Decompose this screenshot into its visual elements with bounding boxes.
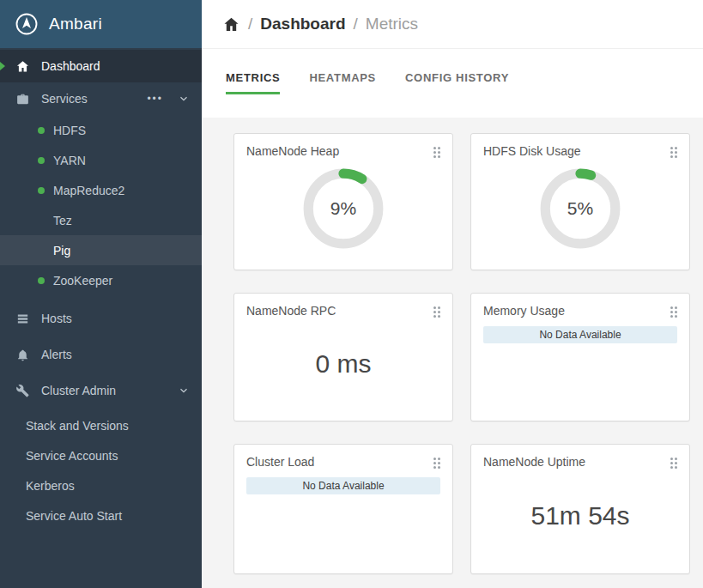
hosts-icon [15,312,30,326]
sidebar-item-kerberos[interactable]: Kerberos [0,470,202,500]
widget-cluster-load: Cluster Load No Data Available [233,444,453,574]
sidebar-item-mapreduce2[interactable]: MapReduce2 [0,175,202,205]
sidebar-header: Ambari [0,0,202,48]
sidebar-item-dashboard[interactable]: Dashboard [0,50,202,82]
breadcrumb-separator: / [248,15,252,33]
bell-icon [15,348,30,362]
widget-namenode-rpc: NameNode RPC 0 ms [233,293,453,421]
widget-title: NameNode Heap [246,144,339,158]
sidebar-nav: Dashboard Services HDFS YARN [0,48,202,530]
sidebar-item-alerts[interactable]: Alerts [0,338,202,371]
dashboard-content: NameNode Heap 9% [202,118,703,588]
breadcrumb-separator: / [354,15,358,33]
metric-value: 0 ms [315,349,371,379]
donut-value: 9% [300,165,387,252]
sidebar-item-label: HDFS [53,124,86,137]
widget-namenode-uptime: NameNode Uptime 51m 54s [470,444,690,574]
sidebar-item-yarn[interactable]: YARN [0,145,202,175]
no-data-banner: No Data Available [246,477,440,494]
tab-metrics[interactable]: METRICS [226,71,280,94]
sidebar-item-label: Kerberos [26,479,75,493]
sidebar-item-hosts[interactable]: Hosts [0,302,202,335]
sidebar-item-label: Tez [53,214,72,227]
sidebar-item-label: Service Auto Start [26,509,122,523]
widget-hdfs-disk-usage: HDFS Disk Usage 5% [470,133,690,270]
sidebar-item-stack-and-versions[interactable]: Stack and Versions [0,410,202,440]
drag-handle-icon[interactable] [433,458,440,469]
sidebar-item-label: Cluster Admin [41,384,116,397]
sidebar-item-services[interactable]: Services [0,82,202,115]
tab-config-history[interactable]: CONFIG HISTORY [405,71,509,94]
widget-title: HDFS Disk Usage [483,144,581,158]
home-icon[interactable] [222,15,240,33]
chevron-down-icon [178,385,190,397]
sidebar-item-label: Pig [53,244,70,258]
chevron-down-icon [178,93,190,105]
status-dot-icon [38,277,45,284]
donut-value: 5% [536,165,624,252]
sidebar-item-hdfs[interactable]: HDFS [0,115,202,145]
widget-memory-usage: Memory Usage No Data Available [470,293,690,421]
donut-chart: 5% [536,165,624,252]
breadcrumb-metrics: Metrics [366,15,418,33]
donut-chart: 9% [300,165,387,252]
breadcrumb: / Dashboard / Metrics [202,0,703,49]
widget-title: NameNode Uptime [483,455,585,469]
drag-handle-icon[interactable] [433,306,440,318]
sidebar-item-label: Alerts [41,348,72,361]
widget-title: Cluster Load [246,455,314,469]
sidebar-item-service-auto-start[interactable]: Service Auto Start [0,500,202,530]
no-data-banner: No Data Available [483,326,677,343]
sidebar-item-label: MapReduce2 [53,184,124,197]
sidebar-item-cluster-admin[interactable]: Cluster Admin [0,374,202,407]
drag-handle-icon[interactable] [670,306,677,318]
sidebar-item-pig[interactable]: Pig [0,235,202,265]
drag-handle-icon[interactable] [433,147,440,158]
widget-grid: NameNode Heap 9% [202,118,703,574]
sidebar: Ambari Dashboard Services [0,0,202,588]
ambari-app: Ambari Dashboard Services [0,0,703,588]
ambari-logo-icon [14,11,39,37]
tab-bar: METRICS HEATMAPS CONFIG HISTORY [202,49,703,118]
sidebar-item-label: Service Accounts [26,449,118,463]
more-icon[interactable] [143,93,167,105]
widget-namenode-heap: NameNode Heap 9% [233,133,453,270]
app-title: Ambari [49,15,102,33]
status-dot-icon [38,187,45,194]
status-dot-icon [38,127,45,134]
main-area: / Dashboard / Metrics METRICS HEATMAPS C… [202,0,703,588]
sidebar-item-label: Stack and Versions [26,419,129,433]
metric-value: 51m 54s [530,501,629,530]
status-dot-icon [38,157,45,164]
drag-handle-icon[interactable] [670,458,677,469]
sidebar-item-label: Hosts [41,312,72,325]
briefcase-icon [15,92,30,106]
widget-title: NameNode RPC [246,304,336,318]
widget-title: Memory Usage [483,304,565,318]
sidebar-item-tez[interactable]: Tez [0,205,202,235]
wrench-icon [15,384,30,398]
sidebar-item-service-accounts[interactable]: Service Accounts [0,440,202,470]
home-icon [15,59,30,74]
breadcrumb-dashboard[interactable]: Dashboard [260,15,345,33]
sidebar-item-label: ZooKeeper [53,274,112,288]
sidebar-item-label: YARN [53,154,86,167]
tab-heatmaps[interactable]: HEATMAPS [309,71,376,94]
sidebar-item-label: Services [41,92,88,106]
sidebar-item-zookeeper[interactable]: ZooKeeper [0,265,202,295]
drag-handle-icon[interactable] [670,147,677,158]
sidebar-item-label: Dashboard [41,59,100,73]
